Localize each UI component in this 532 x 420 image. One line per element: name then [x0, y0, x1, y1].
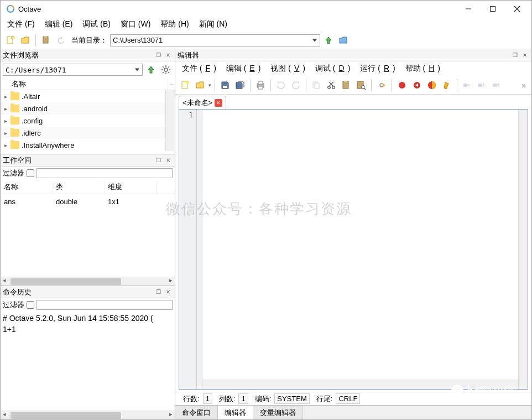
emenu-view[interactable]: 视图 (V): [267, 63, 309, 75]
svg-point-36: [399, 82, 405, 89]
ebp-next-icon[interactable]: [425, 79, 439, 92]
file-browser-title: 文件浏览器: [3, 50, 153, 60]
esaveall-icon[interactable]: [233, 79, 247, 92]
pane-undock-icon[interactable]: ❐: [510, 51, 519, 60]
eprint-icon[interactable]: [254, 79, 267, 92]
expand-icon[interactable]: ▸: [3, 94, 8, 100]
ecut-icon[interactable]: [325, 79, 338, 92]
bottom-tabs: 命令窗口 编辑器 变量编辑器: [175, 405, 531, 419]
workspace-hscroll[interactable]: [1, 277, 175, 286]
expand-icon[interactable]: ▸: [3, 118, 8, 124]
svg-rect-38: [463, 84, 467, 87]
undo-icon[interactable]: [54, 34, 67, 47]
expand-icon[interactable]: ▸: [3, 142, 8, 148]
fb-col-name[interactable]: 名称: [1, 78, 168, 90]
file-browser-pane: 文件浏览器 ❐ ✕ 名称︿ ▸.Altair▸.android▸.config▸…: [1, 49, 175, 154]
file-browser-path[interactable]: [3, 64, 143, 76]
estepout-icon[interactable]: [491, 79, 504, 92]
menu-debug[interactable]: 调试 (B): [79, 18, 114, 30]
copy-icon[interactable]: [39, 34, 53, 47]
eopen-icon[interactable]: [194, 79, 207, 92]
file-browser-row[interactable]: ▸.config: [1, 115, 175, 127]
pane-close-icon[interactable]: ✕: [164, 156, 173, 165]
menu-help[interactable]: 帮助 (H): [157, 18, 192, 30]
svg-rect-22: [258, 81, 263, 84]
fb-up-icon[interactable]: [144, 63, 158, 76]
fb-gear-icon[interactable]: [159, 63, 173, 76]
pane-undock-icon[interactable]: ❐: [154, 51, 163, 60]
file-browser-row[interactable]: ▸.idlerc: [1, 127, 175, 139]
btab-editor[interactable]: 编辑器: [218, 406, 253, 419]
ebp-icon[interactable]: [395, 79, 409, 92]
menu-file[interactable]: 文件 (F): [4, 18, 38, 30]
editor-tab[interactable]: <未命名> ✕: [179, 96, 226, 109]
ws-col-dims[interactable]: 维度: [105, 181, 157, 193]
ws-col-name[interactable]: 名称: [1, 181, 53, 193]
emenu-help[interactable]: 帮助 (H): [402, 63, 444, 75]
pane-close-icon[interactable]: ✕: [164, 51, 173, 60]
eundo-icon[interactable]: [274, 79, 288, 92]
btab-var[interactable]: 变量编辑器: [253, 406, 303, 419]
file-browser-row[interactable]: ▸.InstallAnywhere: [1, 139, 175, 151]
btab-cmd[interactable]: 命令窗口: [175, 406, 218, 419]
minimize-button[interactable]: [456, 1, 481, 17]
efind-icon[interactable]: [354, 79, 368, 92]
emenu-file[interactable]: 文件 (F): [179, 63, 220, 75]
editor-body[interactable]: 1: [179, 109, 528, 390]
enew-icon[interactable]: [179, 79, 192, 92]
eredo-icon[interactable]: [289, 79, 302, 92]
ecopy-icon[interactable]: [310, 79, 323, 92]
ebp-prev-icon[interactable]: [410, 79, 424, 92]
pane-undock-icon[interactable]: ❐: [154, 288, 163, 297]
estepin-icon[interactable]: [476, 79, 489, 92]
menu-window[interactable]: 窗口 (W): [117, 18, 154, 30]
workspace-row[interactable]: ansdouble1x1: [1, 194, 175, 209]
editor-hscroll[interactable]: [202, 380, 518, 389]
folder-icon: [11, 141, 19, 149]
ws-filter-input[interactable]: [36, 168, 173, 178]
ws-col-class[interactable]: 类: [53, 181, 105, 193]
file-name: .idlerc: [22, 129, 41, 137]
editor-gutter: 1: [179, 110, 197, 389]
maximize-button[interactable]: [481, 1, 505, 17]
esave-icon[interactable]: [218, 79, 232, 92]
menu-news[interactable]: 新闻 (N): [196, 18, 231, 30]
history-list[interactable]: # Octave 5.2.0, Sun Jun 14 15:58:55 2020…: [1, 312, 175, 411]
hist-filter-label: 过滤器: [3, 300, 24, 310]
toolbar-overflow-icon[interactable]: »: [519, 81, 528, 90]
file-browser-row[interactable]: ▸.Altair: [1, 90, 175, 102]
expand-icon[interactable]: ▸: [3, 106, 8, 112]
file-browser-row[interactable]: ▸.android: [1, 102, 175, 115]
menu-edit[interactable]: 编辑 (E): [41, 18, 76, 30]
currentdir-input[interactable]: [110, 34, 320, 46]
epaste-icon[interactable]: [340, 79, 353, 92]
editor-statusbar: 行数: 1 列数: 1 编码: SYSTEM 行尾: CRLF: [175, 392, 531, 405]
hist-filter-input[interactable]: [36, 300, 173, 310]
erun-icon[interactable]: [375, 79, 388, 92]
emenu-run[interactable]: 运行 (R): [357, 63, 398, 75]
ebp-clear-icon[interactable]: [440, 79, 453, 92]
browse-folder-icon[interactable]: [337, 34, 350, 47]
pane-undock-icon[interactable]: ❐: [154, 156, 163, 165]
history-line[interactable]: 1+1: [3, 324, 173, 335]
file-name: .config: [22, 117, 43, 125]
status-enc: SYSTEM: [274, 393, 309, 404]
history-hscroll[interactable]: [1, 411, 175, 419]
go-up-icon[interactable]: [322, 34, 335, 47]
editor-vscroll[interactable]: [518, 110, 528, 389]
svg-line-34: [364, 88, 366, 90]
emenu-edit[interactable]: 编辑 (E): [223, 63, 264, 75]
ws-filter-checkbox[interactable]: [27, 169, 34, 177]
svg-line-15: [168, 72, 169, 73]
estep-icon[interactable]: [461, 79, 474, 92]
open-file-icon[interactable]: [19, 34, 32, 47]
hist-filter-checkbox[interactable]: [27, 301, 34, 309]
history-line[interactable]: # Octave 5.2.0, Sun Jun 14 15:58:55 2020…: [3, 313, 173, 324]
emenu-debug[interactable]: 调试 (D): [312, 63, 353, 75]
new-file-icon[interactable]: [4, 34, 17, 47]
pane-close-icon[interactable]: ✕: [520, 51, 529, 60]
tab-close-icon[interactable]: ✕: [215, 99, 222, 107]
pane-close-icon[interactable]: ✕: [164, 288, 173, 297]
close-button[interactable]: [505, 1, 529, 17]
expand-icon[interactable]: ▸: [3, 130, 8, 136]
